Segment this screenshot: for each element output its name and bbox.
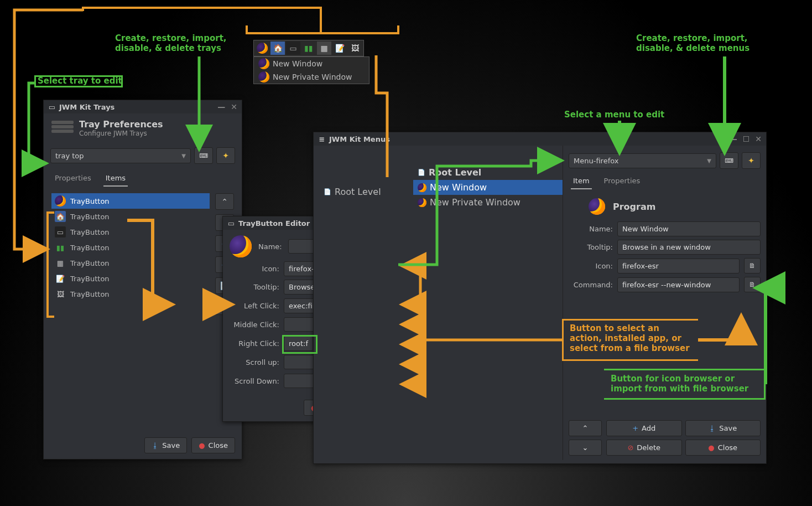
right-click-label: Right Click: (230, 339, 279, 348)
tooltip-label: Tooltip: (230, 283, 279, 291)
menu-icon-browse[interactable]: 🗎 (744, 258, 761, 273)
root-icon: 📄 (324, 188, 331, 195)
mini-tray-preview: 🏠 ▭ ▮▮ ▦ 📝 🖼 (253, 40, 364, 56)
tray-select-value: tray top (55, 152, 84, 160)
list-item[interactable]: ▭TrayButton (51, 224, 210, 240)
box-rootf (282, 335, 317, 354)
menu-new-button[interactable]: ✦ (742, 152, 761, 169)
trays-titlebar[interactable]: ▭ JWM Kit Trays — ✕ (44, 100, 242, 113)
menu-name-label: Name: (569, 225, 613, 233)
jwm-kit-menus-window: ≡ JWM Kit Menus — ☐ ✕ 📄 Root Level 📄 Roo… (313, 132, 767, 464)
menus-title: JWM Kit Menus (329, 135, 390, 143)
menus-tabs: Item Properties (569, 171, 761, 189)
menu-command-label: Command: (569, 281, 613, 289)
close-icon[interactable]: ✕ (755, 135, 762, 143)
menu-move-up[interactable]: ⌃ (569, 420, 602, 436)
menu-save-button[interactable]: ⭳Save (685, 420, 761, 436)
menus-title-icon: ≡ (318, 135, 326, 143)
tray-preview-meter: ▮▮ (301, 42, 316, 55)
program-icon (589, 198, 605, 215)
list-item[interactable]: TrayButton (51, 193, 210, 209)
popup-new-window[interactable]: New Window (254, 57, 369, 70)
menus-titlebar[interactable]: ≡ JWM Kit Menus — ☐ ✕ (314, 132, 766, 146)
save-icon: ⭳ (152, 441, 159, 450)
scroll-down-label: Scroll Down: (230, 377, 279, 385)
list-item[interactable]: 🖼TrayButton (51, 286, 210, 302)
menu-close-button[interactable]: ●Close (685, 440, 761, 456)
popup-new-window-label: New Window (273, 59, 322, 68)
list-item[interactable]: ▦TrayButton (51, 255, 210, 271)
mini-tray-popup: New Window New Private Window (253, 56, 369, 84)
trays-title: JWM Kit Trays (59, 103, 114, 111)
close-dot-icon: ● (708, 443, 714, 452)
tab-menu-properties[interactable]: Properties (602, 173, 643, 189)
close-icon[interactable]: ✕ (231, 102, 237, 111)
popup-new-private[interactable]: New Private Window (254, 70, 369, 84)
tray-preview-terminal: ▭ (286, 42, 300, 55)
annotation-create-menus: Create, restore, import, disable, & dele… (636, 33, 749, 53)
list-item[interactable]: ▮▮TrayButton (51, 240, 210, 255)
editor-title: TrayButton Editor (238, 219, 310, 228)
annotation-create-trays: Create, restore, import, disable, & dele… (115, 33, 227, 53)
root-icon: 📄 (418, 169, 425, 176)
tray-preview-firefox (255, 42, 269, 55)
menu-move-down[interactable]: ⌄ (569, 440, 602, 456)
tree-new-window[interactable]: New Window (413, 180, 563, 195)
editor-firefox-icon (230, 235, 254, 257)
tab-item[interactable]: Item (571, 173, 592, 189)
tree-root-label: Root Level (335, 187, 381, 197)
menu-icon-label: Icon: (569, 262, 613, 270)
tray-select-dropdown[interactable]: tray top ▼ (50, 148, 191, 163)
tab-properties[interactable]: Properties (53, 171, 93, 187)
trays-tabs: Properties Items (44, 168, 242, 187)
minimize-icon[interactable]: — (730, 135, 737, 143)
tray-items-list: TrayButton 🏠TrayButton ▭TrayButton ▮▮Tra… (51, 193, 210, 315)
menu-command-input[interactable]: firefox-esr --new-window (617, 277, 740, 292)
tray-new-button[interactable]: ✦ (216, 147, 235, 164)
save-button[interactable]: ⭳Save (144, 437, 187, 453)
list-item[interactable]: 🏠TrayButton (51, 209, 210, 224)
box-icon-annot (604, 369, 766, 400)
delete-button[interactable]: ⊘Delete (606, 440, 682, 456)
popup-new-private-label: New Private Window (273, 73, 352, 81)
trays-header-sub: Configure JWM Trays (79, 130, 163, 137)
trays-header-icon (51, 121, 74, 136)
annotation-select-tray: Select tray to edit (38, 76, 122, 86)
close-dot-icon: ● (199, 441, 205, 450)
icon-label: Icon: (230, 265, 279, 273)
menu-keyboard-button[interactable]: ⌨ (720, 152, 738, 169)
minimize-icon[interactable]: — (217, 102, 225, 111)
menu-name-input[interactable]: New Window (617, 221, 761, 236)
delete-icon: ⊘ (627, 443, 633, 452)
tray-preview-art: 🖼 (348, 42, 362, 55)
chevron-down-icon: ▼ (707, 158, 711, 164)
middle-click-label: Middle Click: (230, 321, 279, 329)
program-label: Program (613, 202, 655, 212)
annotation-select-menu: Select a menu to edit (564, 110, 664, 120)
trays-header: Tray Preferences Configure JWM Trays (44, 113, 242, 143)
close-button[interactable]: ●Close (191, 437, 235, 453)
save-icon: ⭳ (709, 424, 716, 432)
scroll-up-label: Scroll up: (230, 358, 279, 366)
jwm-kit-trays-window: ▭ JWM Kit Trays — ✕ Tray Preferences Con… (43, 100, 242, 459)
trays-header-title: Tray Preferences (79, 119, 163, 130)
add-button[interactable]: +Add (606, 420, 682, 436)
trays-title-icon: ▭ (48, 103, 56, 111)
menu-select-value: Menu-firefox (574, 157, 618, 165)
tray-preview-home: 🏠 (270, 42, 285, 55)
tree-sub-root[interactable]: 📄 Root Level (413, 165, 563, 180)
menu-command-browse[interactable]: 🗎 (744, 277, 761, 292)
box-action-annot (562, 319, 698, 361)
menu-tooltip-input[interactable]: Browse in a new window (617, 240, 761, 255)
list-item[interactable]: 📝TrayButton (51, 271, 210, 286)
tray-keyboard-button[interactable]: ⌨ (194, 147, 213, 164)
plus-icon: + (632, 424, 638, 432)
tree-new-private[interactable]: New Private Window (413, 195, 563, 210)
editor-title-icon: ▭ (227, 219, 235, 227)
move-up-button[interactable]: ⌃ (215, 193, 234, 210)
menu-select-dropdown[interactable]: Menu-firefox ▼ (569, 153, 716, 168)
name-label: Name: (258, 242, 284, 251)
tab-items[interactable]: Items (103, 171, 128, 187)
maximize-icon[interactable]: ☐ (743, 135, 750, 143)
menu-icon-input[interactable]: firefox-esr (617, 259, 740, 273)
